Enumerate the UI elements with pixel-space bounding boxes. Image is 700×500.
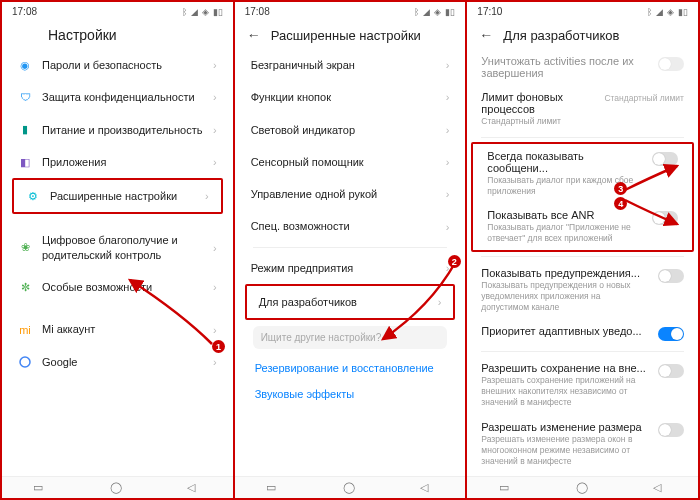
toggle[interactable] [658, 364, 684, 378]
chevron-right-icon: › [446, 188, 450, 200]
battery-icon: ▮▯ [213, 7, 223, 17]
divider [481, 256, 684, 257]
chevron-right-icon: › [213, 124, 217, 136]
row-battery[interactable]: ▮ Питание и производительность › [6, 114, 229, 146]
chevron-right-icon: › [213, 156, 217, 168]
toggle[interactable] [658, 423, 684, 437]
search-placeholder-text: Ищите другие настройки? [261, 332, 382, 343]
status-icons: ᛒ ◢ ◈ ▮▯ [182, 7, 223, 17]
row-privacy[interactable]: 🛡 Защита конфиденциальности › [6, 81, 229, 113]
row-accessibility[interactable]: ✼ Особые возможности › [6, 271, 229, 303]
nav-back-icon[interactable]: ◁ [420, 481, 434, 495]
status-time: 17:08 [245, 6, 270, 17]
wifi-icon: ◈ [434, 7, 441, 17]
row-mi-account[interactable]: mi Mi аккаунт › [6, 313, 229, 345]
battery-icon: ▮ [18, 123, 32, 137]
row-fullscreen[interactable]: Безграничный экран › [239, 49, 462, 81]
chevron-right-icon: › [213, 281, 217, 293]
row-advanced-settings[interactable]: ⚙ Расширенные настройки › [14, 180, 221, 212]
row-external-storage[interactable]: Разрешить сохранение на вне... Разрешать… [467, 356, 698, 414]
fingerprint-icon: ◉ [18, 58, 32, 72]
row-resize[interactable]: Разрешать изменение размера Разрешать из… [467, 415, 698, 473]
shield-icon: 🛡 [18, 90, 32, 104]
row-label: Для разработчиков [259, 295, 428, 309]
status-bar: 17:10 ᛒ ◢ ◈ ▮▯ [467, 2, 698, 19]
nav-recent-icon[interactable]: ▭ [266, 481, 280, 495]
page-title: Расширенные настройки [271, 28, 421, 43]
toggle[interactable] [652, 152, 678, 166]
row-label: Уничтожать activities после их завершени… [481, 55, 650, 79]
row-show-crashes[interactable]: Всегда показывать сообщени... Показывать… [473, 144, 692, 203]
nav-back-icon[interactable]: ◁ [187, 481, 201, 495]
row-label: Цифровое благополучие и родительский кон… [42, 233, 203, 262]
toggle-on[interactable] [658, 327, 684, 341]
row-button-functions[interactable]: Функции кнопок › [239, 81, 462, 113]
signal-icon: ◢ [423, 7, 430, 17]
divider [253, 247, 448, 248]
row-one-hand[interactable]: Управление одной рукой › [239, 178, 462, 210]
chevron-right-icon: › [213, 324, 217, 336]
row-wellbeing[interactable]: ❀ Цифровое благополучие и родительский к… [6, 224, 229, 271]
chevron-right-icon: › [446, 221, 450, 233]
back-button[interactable]: ← [479, 27, 493, 43]
page-title: Для разработчиков [503, 28, 619, 43]
link-sound-effects[interactable]: Звуковые эффекты [239, 381, 462, 407]
status-icons: ᛒ ◢ ◈ ▮▯ [414, 7, 455, 17]
nav-home-icon[interactable]: ◯ [343, 481, 357, 495]
tutorial-triple-screenshot: 17:08 ᛒ ◢ ◈ ▮▯ Настройки ◉ Пароли и безо… [0, 0, 700, 500]
row-label: Расширенные настройки [50, 189, 195, 203]
row-label: Особые возможности [42, 280, 203, 294]
row-destroy-activities[interactable]: Уничтожать activities после их завершени… [467, 49, 698, 85]
chevron-right-icon: › [205, 190, 209, 202]
row-developer-options[interactable]: Для разработчиков › [247, 286, 454, 318]
toggle[interactable] [652, 211, 678, 225]
chevron-right-icon: › [446, 59, 450, 71]
row-special[interactable]: Спец. возможности › [239, 210, 462, 242]
row-label: Безграничный экран [251, 58, 436, 72]
svg-point-0 [20, 357, 30, 367]
link-backup[interactable]: Резервирование и восстановление [239, 355, 462, 381]
row-sub: Стандартный лимит [481, 116, 596, 127]
chevron-right-icon: › [438, 296, 442, 308]
page-title: Настройки [48, 27, 117, 43]
row-show-anr[interactable]: Показывать все ANR Показывать диалог "Пр… [473, 203, 692, 250]
status-time: 17:10 [477, 6, 502, 17]
row-led[interactable]: Световой индикатор › [239, 114, 462, 146]
chevron-right-icon: › [213, 91, 217, 103]
toggle[interactable] [658, 57, 684, 71]
toggle[interactable] [658, 269, 684, 283]
row-label: Всегда показывать сообщени... [487, 150, 644, 174]
nav-back-icon[interactable]: ◁ [653, 481, 667, 495]
row-label: Лимит фоновых процессов [481, 91, 596, 115]
status-bar: 17:08 ᛒ ◢ ◈ ▮▯ [2, 2, 233, 19]
nav-bar: ▭ ◯ ◁ [2, 476, 233, 498]
status-icons: ᛒ ◢ ◈ ▮▯ [647, 7, 688, 17]
back-button[interactable]: ← [247, 27, 261, 43]
nav-recent-icon[interactable]: ▭ [33, 481, 47, 495]
row-apps[interactable]: ◧ Приложения › [6, 146, 229, 178]
chevron-right-icon: › [213, 356, 217, 368]
nav-home-icon[interactable]: ◯ [110, 481, 124, 495]
row-google[interactable]: Google › [6, 346, 229, 378]
nav-home-icon[interactable]: ◯ [576, 481, 590, 495]
row-show-warnings[interactable]: Показывать предупреждения... Показывать … [467, 261, 698, 319]
nav-recent-icon[interactable]: ▭ [499, 481, 513, 495]
row-enterprise[interactable]: Режим предприятия › [239, 252, 462, 284]
row-label: Показывать все ANR [487, 209, 644, 221]
row-label: Разрешать изменение размера [481, 421, 650, 433]
row-adaptive-notifications[interactable]: Приоритет адаптивных уведо... [467, 319, 698, 347]
row-sub: Разрешать сохранение приложений на внешн… [481, 375, 650, 408]
settings-list: ◉ Пароли и безопасность › 🛡 Защита конфи… [2, 49, 233, 378]
wellbeing-icon: ❀ [18, 241, 32, 255]
row-passwords[interactable]: ◉ Пароли и безопасность › [6, 49, 229, 81]
row-label: Показывать предупреждения... [481, 267, 650, 279]
signal-icon: ◢ [191, 7, 198, 17]
accessibility-icon: ✼ [18, 280, 32, 294]
row-touch-assist[interactable]: Сенсорный помощник › [239, 146, 462, 178]
row-label: Приоритет адаптивных уведо... [481, 325, 650, 337]
divider [481, 137, 684, 138]
search-hint[interactable]: Ищите другие настройки? [253, 326, 448, 349]
row-label: Питание и производительность [42, 123, 203, 137]
row-bg-limit[interactable]: Лимит фоновых процессов Стандартный лими… [467, 85, 698, 133]
wifi-icon: ◈ [202, 7, 209, 17]
